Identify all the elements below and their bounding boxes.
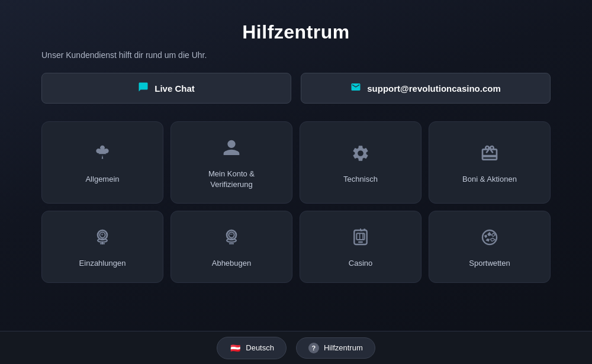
svg-marker-20 — [487, 232, 491, 236]
help-label: Hilfzentrum — [324, 343, 363, 352]
person-icon — [222, 138, 241, 160]
svg-marker-23 — [485, 239, 490, 241]
category-einzahlungen[interactable]: + Einzahlungen — [41, 211, 163, 282]
category-boni[interactable]: Boni & Aktionen — [429, 121, 551, 204]
soccer-icon — [480, 228, 499, 250]
mein-konto-label: Mein Konto &Verifizierung — [208, 169, 255, 190]
page-subtitle: Unser Kundendienst hilft dir rund um die… — [41, 50, 551, 60]
slots-icon — [351, 228, 370, 250]
category-casino[interactable]: Casino — [300, 211, 422, 282]
abhebugen-label: Abhebugen — [212, 258, 252, 269]
svg-rect-15 — [358, 241, 363, 243]
sportwetten-label: Sportwetten — [469, 258, 510, 269]
help-center-button[interactable]: ? Hilfzentrum — [296, 337, 375, 359]
coin-minus-icon: − — [222, 228, 241, 250]
coin-plus-icon: + — [93, 228, 112, 250]
gift-icon — [480, 144, 499, 166]
clover-icon — [93, 144, 112, 166]
category-technisch[interactable]: Technisch — [300, 121, 422, 204]
email-button[interactable]: support@revolutioncasino.com — [301, 73, 551, 104]
allgemein-label: Allgemein — [85, 174, 119, 185]
chat-icon — [138, 82, 149, 95]
svg-marker-21 — [491, 233, 495, 237]
bottom-bar: 🇦🇹 Deutsch ? Hilfzentrum — [0, 331, 592, 364]
page-title: Hilfzentrum — [242, 21, 350, 43]
svg-marker-22 — [484, 235, 487, 239]
austria-flag: 🇦🇹 — [229, 342, 241, 354]
gear-icon — [351, 144, 370, 166]
category-abhebugen[interactable]: − Abhebugen — [170, 211, 292, 282]
live-chat-button[interactable]: Live Chat — [41, 73, 291, 104]
boni-label: Boni & Aktionen — [462, 174, 517, 185]
category-mein-konto[interactable]: Mein Konto &Verifizierung — [170, 121, 292, 204]
contact-buttons: Live Chat support@revolutioncasino.com — [41, 73, 551, 104]
svg-text:+: + — [101, 232, 104, 237]
svg-marker-24 — [490, 239, 495, 241]
svg-text:−: − — [230, 231, 233, 237]
category-allgemein[interactable]: Allgemein — [41, 121, 163, 204]
live-chat-label: Live Chat — [155, 83, 195, 94]
language-label: Deutsch — [246, 343, 274, 352]
technisch-label: Technisch — [343, 174, 378, 185]
einzahlungen-label: Einzahlungen — [79, 258, 126, 269]
language-button[interactable]: 🇦🇹 Deutsch — [217, 337, 287, 359]
categories-grid: Allgemein Mein Konto &Verifizierung Tech… — [41, 121, 551, 283]
category-sportwetten[interactable]: Sportwetten — [429, 211, 551, 282]
email-label: support@revolutioncasino.com — [367, 83, 500, 94]
casino-label: Casino — [349, 258, 372, 269]
help-icon: ? — [308, 343, 319, 353]
email-icon — [350, 82, 361, 95]
